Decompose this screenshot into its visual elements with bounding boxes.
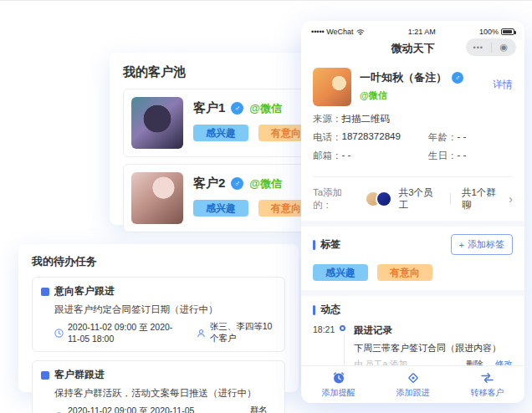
- email-value: - -: [342, 150, 351, 162]
- tags-header: 标签 + 添加标签: [313, 234, 513, 255]
- customer-channel: @微信: [249, 101, 282, 116]
- add-tag-label: 添加标签: [468, 238, 504, 251]
- task-description: 保持客户群活跃，活动文案每日推送（进行中）: [54, 387, 276, 400]
- customer-name: 客户2: [193, 176, 225, 191]
- customer-2-tags: 感兴趣 有意向: [193, 200, 314, 217]
- contact-channel: @微信: [360, 89, 493, 102]
- transfer-arrows-icon: [480, 371, 494, 385]
- task-row-1[interactable]: 意向客户跟进 跟进客户约定合同签订日期（进行中） 2020-11-02 09:0…: [32, 277, 285, 352]
- plus-icon: +: [459, 240, 464, 250]
- add-followup-button[interactable]: 添加跟进: [376, 366, 450, 403]
- task-bullet-icon: [41, 371, 49, 380]
- phone-label: 电话：: [313, 131, 342, 144]
- transfer-customer-button[interactable]: 转移客户: [450, 366, 524, 403]
- add-reminder-button[interactable]: 添加提醒: [301, 366, 376, 403]
- close-minimize-icon[interactable]: ◉: [492, 42, 517, 53]
- section-bar-icon: [313, 305, 315, 315]
- task-2-header: 客户群跟进: [41, 368, 276, 382]
- staff-avatar-2: [376, 191, 392, 207]
- task-row-2[interactable]: 客户群跟进 保持客户群活跃，活动文案每日推送（进行中） 2020-11-02 0…: [32, 360, 285, 413]
- person-icon: [197, 329, 206, 338]
- age-cell: 年龄： - -: [428, 131, 466, 144]
- male-gender-icon: ♂: [452, 72, 463, 84]
- wifi-icon: [356, 28, 365, 35]
- nav-bar: 微动天下 ••• ◉: [301, 38, 524, 59]
- source-label: 来源：: [313, 113, 342, 125]
- phone-cell: 电话： 18728372849: [313, 131, 428, 144]
- contact-info: 一叶知秋（备注） ♂ @微信: [360, 68, 493, 106]
- task-title: 意向客户跟进: [54, 284, 115, 298]
- status-left: ••••• WeChat: [311, 28, 365, 36]
- battery-icon: [501, 28, 514, 35]
- phone-age-row: 电话： 18728372849 年龄： - -: [313, 131, 513, 144]
- birthday-cell: 生日： - -: [428, 150, 466, 162]
- customer-1-tags: 感兴趣 有意向: [193, 125, 314, 141]
- group-count: 共1个群聊: [462, 186, 502, 212]
- carrier-label: ••••• WeChat: [311, 28, 354, 36]
- page: { "icons": { "male": "♂", "dots": "•••",…: [0, 0, 532, 413]
- section-bar-icon: [313, 240, 315, 250]
- section-divider: [301, 221, 524, 227]
- task-time: 2020-11-02 09:00 至 2020-11-05 18:00: [68, 322, 181, 344]
- male-gender-icon: ♂: [231, 102, 243, 115]
- app-title: 微动天下: [391, 41, 435, 56]
- source-row: 来源： 扫描二维码: [313, 113, 513, 125]
- todo-title: 我的待办任务: [32, 254, 285, 269]
- section-divider: [301, 290, 524, 296]
- birthday-label: 生日：: [428, 150, 458, 162]
- action-label: 转移客户: [471, 387, 504, 399]
- customer-channel: @微信: [249, 176, 282, 191]
- entry-time: 18:21: [313, 324, 340, 370]
- detail-link[interactable]: 详情: [493, 68, 513, 106]
- vertical-divider: [450, 193, 451, 205]
- entry-body: 跟进记录 下周三带客户签订合同（跟进内容） 由 员工a 添加 删除 修改: [354, 324, 513, 370]
- email-birthday-row: 邮箱： - - 生日： - -: [313, 150, 513, 162]
- more-menu-icon[interactable]: •••: [466, 43, 491, 52]
- age-label: 年龄：: [428, 131, 458, 144]
- timeline-marker: [340, 324, 354, 370]
- contact-profile: 一叶知秋（备注） ♂ @微信 详情: [301, 59, 524, 111]
- task-people: 张三、李四等10个客户: [210, 321, 276, 344]
- customer-2-name-row: 客户2 ♂ @微信: [193, 176, 314, 191]
- email-cell: 邮箱： - -: [313, 150, 428, 162]
- entry-content: 下周三带客户签订合同（跟进内容）: [354, 342, 513, 354]
- tags-section: 标签 + 添加标签 感兴趣 有意向: [301, 227, 524, 290]
- task-1-meta: 2020-11-02 09:00 至 2020-11-05 18:00 张三、李…: [54, 321, 276, 344]
- add-tag-button[interactable]: + 添加标签: [451, 234, 513, 255]
- status-right: 100%: [479, 28, 514, 36]
- customer-1-name-row: 客户1 ♂ @微信: [193, 100, 314, 116]
- action-label: 添加跟进: [396, 387, 430, 399]
- action-label: 添加提醒: [322, 387, 356, 399]
- contact-name-row: 一叶知秋（备注） ♂: [360, 70, 493, 85]
- customer-2-info: 客户2 ♂ @微信 感兴趣 有意向: [193, 172, 314, 217]
- activity-entry-1: 18:21 跟进记录 下周三带客户签订合同（跟进内容） 由 员工a 添加 删除 …: [313, 324, 513, 370]
- contact-avatar: [313, 68, 351, 106]
- task-description: 跟进客户约定合同签订日期（进行中）: [54, 303, 276, 316]
- todo-card: 我的待办任务 意向客户跟进 跟进客户约定合同签订日期（进行中） 2020-11-…: [18, 244, 299, 392]
- task-time: 2020-11-02 09:00 至 2020-11-05 18:00: [68, 405, 218, 413]
- customer-name: 客户1: [193, 100, 225, 116]
- miniprogram-capsule: ••• ◉: [466, 38, 516, 56]
- tag-list: 感兴趣 有意向: [313, 264, 513, 281]
- timeline-dot-icon: [340, 325, 345, 331]
- added-by-row[interactable]: Ta添加的： 共3个员工 共1个群聊 ›: [301, 179, 524, 221]
- aim-diamond-icon: [407, 371, 420, 385]
- status-time: 1:21 AM: [408, 28, 436, 36]
- chevron-right-icon[interactable]: ›: [509, 193, 513, 205]
- battery-percent: 100%: [479, 28, 499, 36]
- phone-value: 18728372849: [342, 131, 401, 144]
- alarm-clock-icon: [332, 371, 345, 385]
- task-1-header: 意向客户跟进: [41, 284, 276, 298]
- activity-title: 动态: [320, 303, 340, 317]
- customer-1-info: 客户1 ♂ @微信 感兴趣 有意向: [193, 97, 314, 141]
- tag-interested: 感兴趣: [193, 200, 248, 217]
- bottom-action-bar: 添加提醒 添加跟进 转移客户: [301, 365, 524, 403]
- task-title: 客户群跟进: [54, 368, 105, 382]
- source-value: 扫描二维码: [342, 113, 391, 125]
- divider: [313, 176, 513, 177]
- staff-avatars: [365, 191, 392, 207]
- email-label: 邮箱：: [313, 150, 342, 162]
- task-2-meta: 2020-11-02 09:00 至 2020-11-05 18:00 群名称: [54, 405, 276, 413]
- added-label: Ta添加的：: [313, 186, 358, 212]
- task-bullet-icon: [41, 288, 49, 296]
